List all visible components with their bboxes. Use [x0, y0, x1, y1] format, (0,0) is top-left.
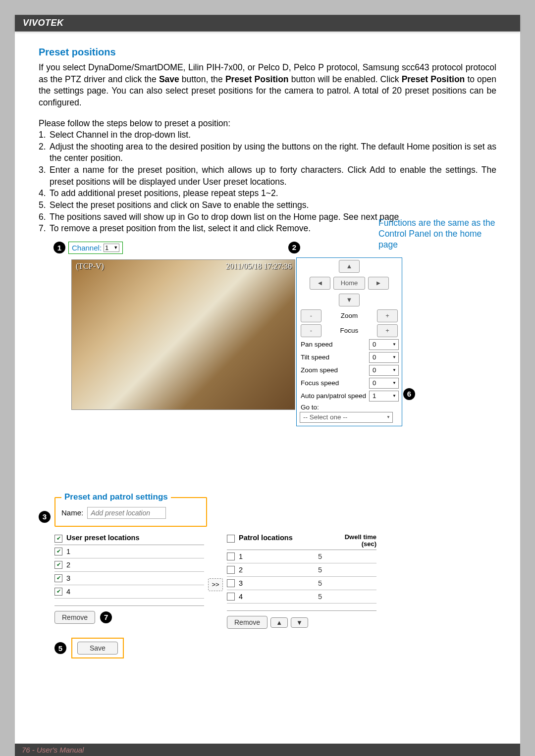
- user-row[interactable]: 2: [66, 561, 204, 569]
- callout-6: 6: [403, 388, 415, 400]
- steps-intro: Please follow the steps below to preset …: [39, 118, 496, 130]
- save-button[interactable]: Save: [77, 642, 118, 655]
- user-row[interactable]: 1: [66, 548, 204, 555]
- fieldset-legend: Preset and patrol settings: [61, 492, 171, 502]
- dwell-value[interactable]: 5: [309, 579, 376, 587]
- zoom-out-button[interactable]: -: [301, 309, 321, 322]
- pan-speed-select[interactable]: 0▼: [369, 339, 399, 350]
- goto-label: Go to:: [297, 403, 402, 411]
- intro-text: If you select DynaDome/SmartDOME, Lilin …: [39, 62, 496, 109]
- patrol-row[interactable]: 4: [239, 593, 305, 601]
- callout-2: 2: [288, 242, 300, 253]
- patrol-row-checkbox[interactable]: ✔: [227, 566, 235, 574]
- user-locations-header: User preset locations: [66, 534, 204, 542]
- pan-right-button[interactable]: ►: [368, 277, 389, 290]
- pan-speed-label: Pan speed: [301, 341, 369, 348]
- user-row-checkbox[interactable]: ✔: [54, 561, 62, 569]
- goto-select[interactable]: -- Select one --▼: [300, 412, 393, 423]
- focus-far-button[interactable]: +: [377, 324, 398, 337]
- ptz-control-panel: ▲ ◄ Home ► ▼ - Zoom + - Focus +: [296, 257, 402, 426]
- zoom-speed-label: Zoom speed: [301, 366, 369, 374]
- patrol-row-checkbox[interactable]: ✔: [227, 593, 235, 601]
- name-label: Name:: [61, 508, 83, 517]
- move-right-button[interactable]: >>: [208, 578, 223, 591]
- dwell-value[interactable]: 5: [309, 553, 376, 560]
- user-row[interactable]: 4: [66, 588, 204, 596]
- move-down-button[interactable]: ▼: [291, 617, 308, 628]
- section-title: Preset positions: [39, 47, 496, 58]
- dwell-value[interactable]: 5: [309, 593, 376, 601]
- focus-speed-select[interactable]: 0▼: [369, 378, 399, 389]
- focus-label: Focus: [324, 327, 374, 334]
- pan-down-button[interactable]: ▼: [339, 294, 360, 306]
- zoom-speed-select[interactable]: 0▼: [369, 365, 399, 376]
- tilt-speed-label: Tilt speed: [301, 353, 369, 361]
- callout-1: 1: [54, 242, 65, 253]
- auto-speed-select[interactable]: 1▼: [369, 391, 399, 402]
- pan-left-button[interactable]: ◄: [310, 277, 330, 290]
- user-remove-button[interactable]: Remove: [54, 611, 95, 624]
- dwell-value[interactable]: 5: [309, 566, 376, 574]
- callout-5: 5: [54, 642, 66, 654]
- home-button[interactable]: Home: [333, 277, 365, 290]
- channel-label: Channel:: [72, 244, 102, 252]
- preset-name-input[interactable]: [87, 507, 166, 519]
- brand-header: VIVOTEK: [15, 15, 520, 32]
- zoom-label: Zoom: [324, 312, 374, 319]
- patrol-row-checkbox[interactable]: ✔: [227, 553, 235, 560]
- tilt-speed-select[interactable]: 0▼: [369, 352, 399, 363]
- patrol-remove-button[interactable]: Remove: [227, 616, 268, 629]
- patrol-row[interactable]: 3: [239, 579, 305, 587]
- pan-up-button[interactable]: ▲: [339, 260, 360, 273]
- channel-select[interactable]: Channel: 1▼: [68, 242, 123, 254]
- video-timestamp: 2011/05/18 17:27:36: [226, 262, 292, 271]
- dwell-header: Dwell time(sec): [345, 534, 376, 548]
- patrol-locations-header: Patrol locations: [239, 534, 341, 542]
- zoom-in-button[interactable]: +: [377, 309, 398, 322]
- channel-value[interactable]: 1▼: [104, 244, 119, 252]
- focus-speed-label: Focus speed: [301, 379, 369, 387]
- focus-near-button[interactable]: -: [301, 324, 321, 337]
- video-preview: (TCP-V) 2011/05/18 17:27:36: [71, 259, 295, 410]
- patrol-header-checkbox[interactable]: ✔: [227, 535, 235, 543]
- user-header-checkbox[interactable]: ✔: [54, 535, 62, 543]
- patrol-row-checkbox[interactable]: ✔: [227, 579, 235, 587]
- user-row-checkbox[interactable]: ✔: [54, 574, 62, 582]
- callout-7: 7: [100, 611, 112, 623]
- patrol-row[interactable]: 2: [239, 566, 305, 574]
- video-protocol-label: (TCP-V): [76, 262, 104, 271]
- callout-3: 3: [39, 511, 51, 523]
- user-row-checkbox[interactable]: ✔: [54, 548, 62, 555]
- user-row-checkbox[interactable]: ✔: [54, 588, 62, 596]
- page-footer: 76 - User's Manual: [15, 744, 520, 756]
- auto-speed-label: Auto pan/patrol speed: [301, 392, 369, 400]
- patrol-row[interactable]: 1: [239, 553, 305, 560]
- user-row[interactable]: 3: [66, 574, 204, 582]
- move-up-button[interactable]: ▲: [270, 617, 288, 628]
